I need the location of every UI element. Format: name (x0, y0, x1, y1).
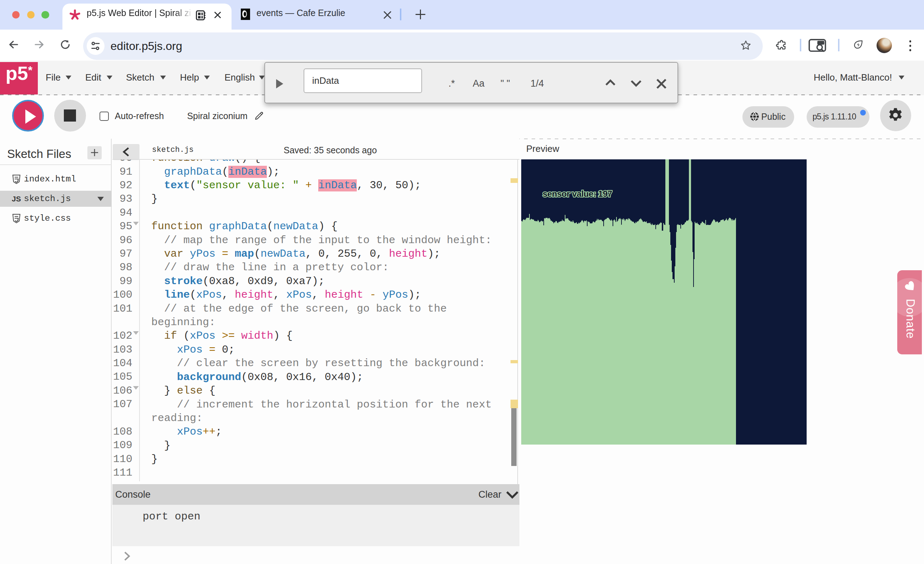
svg-text:sensor value: 197: sensor value: 197 (543, 189, 612, 199)
